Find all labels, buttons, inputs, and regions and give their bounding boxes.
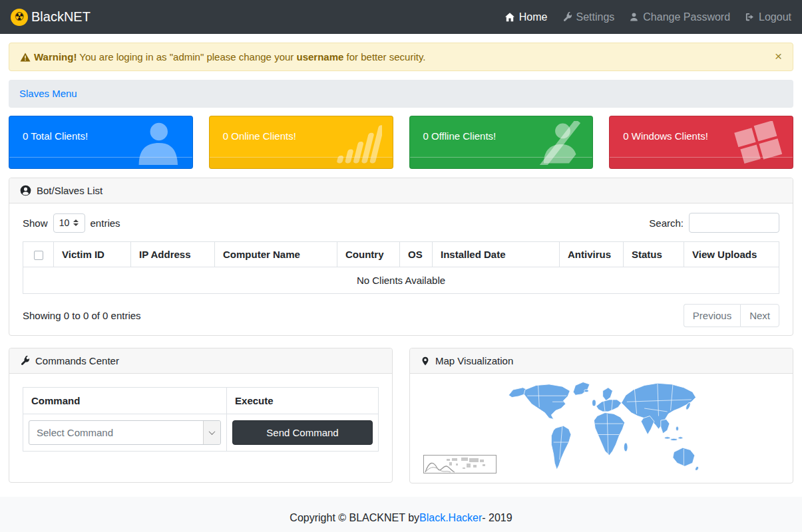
page-footer: Copyright © BLACKNET by Black.Hacker - 2… bbox=[0, 497, 802, 532]
nav-links: Home Settings Change Password Logout bbox=[504, 11, 791, 23]
bot-list-title: Bot/Slaves List bbox=[37, 185, 102, 196]
commands-center-body: Command Execute Select Command bbox=[9, 374, 392, 482]
wrench-icon bbox=[20, 356, 30, 366]
copyright-text-1: Copyright © BLACKNET by bbox=[290, 512, 419, 524]
stat-card-label: 0 Online Clients! bbox=[223, 130, 296, 142]
stat-card-footer bbox=[9, 157, 192, 168]
table-footer: Showing 0 to 0 of 0 entries Previous Nex… bbox=[23, 304, 779, 327]
col-execute: Execute bbox=[227, 388, 379, 414]
search-label: Search: bbox=[649, 217, 684, 229]
next-page-button[interactable]: Next bbox=[740, 304, 779, 327]
empty-message: No Clients Available bbox=[23, 267, 779, 294]
table-header-row: Victim ID IP Address Computer Name Count… bbox=[23, 242, 779, 267]
nav-item-logout[interactable]: Logout bbox=[745, 11, 791, 23]
stat-card-total-clients: 0 Total Clients! bbox=[9, 116, 193, 169]
map-overview-minimap[interactable] bbox=[423, 455, 497, 473]
warning-alert: Warning! You are loging in as "admin" pl… bbox=[9, 43, 793, 71]
show-label: Show bbox=[23, 217, 48, 229]
copyright-text-2: - 2019 bbox=[482, 512, 512, 524]
slaves-menu-link[interactable]: Slaves Menu bbox=[19, 88, 77, 99]
col-installed-date: Installed Date bbox=[433, 242, 560, 267]
stat-cards-row: 0 Total Clients! 0 Online Clients! bbox=[9, 116, 793, 169]
command-select[interactable]: Select Command bbox=[29, 420, 221, 445]
alert-highlight: username bbox=[296, 51, 343, 63]
stat-card-footer bbox=[610, 157, 793, 168]
wrench-icon bbox=[562, 12, 572, 22]
send-command-button[interactable]: Send Command bbox=[232, 420, 373, 445]
bot-list-body: Show 10 entries Search: bbox=[9, 203, 793, 335]
col-ip-address: IP Address bbox=[131, 242, 215, 267]
select-arrow-icon bbox=[203, 421, 220, 444]
user-icon bbox=[629, 12, 639, 22]
col-computer-name: Computer Name bbox=[215, 242, 337, 267]
pagination: Previous Next bbox=[684, 304, 779, 327]
map-panel-title: Map Visualization bbox=[435, 355, 513, 366]
commands-center-header: Commands Center bbox=[9, 348, 392, 374]
commands-center-panel: Commands Center Command Execute bbox=[9, 348, 393, 483]
stat-card-online-clients: 0 Online Clients! bbox=[209, 116, 393, 169]
stat-card-label: 0 Total Clients! bbox=[23, 130, 88, 142]
empty-row: No Clients Available bbox=[23, 267, 779, 294]
bot-list-header: Bot/Slaves List bbox=[9, 178, 793, 203]
stat-card-footer bbox=[210, 157, 393, 168]
warning-triangle-icon bbox=[20, 53, 31, 62]
stat-card-label: 0 Offline Clients! bbox=[423, 130, 497, 142]
nav-item-home[interactable]: Home bbox=[504, 11, 548, 23]
commands-center-title: Commands Center bbox=[35, 355, 119, 366]
stat-card-offline-clients: 0 Offline Clients! bbox=[409, 116, 594, 169]
alert-close-button[interactable]: × bbox=[775, 50, 782, 63]
map-panel: Map Visualization bbox=[409, 348, 793, 483]
main-content: Warning! You are loging in as "admin" pl… bbox=[0, 34, 802, 483]
previous-page-button[interactable]: Previous bbox=[684, 304, 740, 327]
col-os: OS bbox=[400, 242, 433, 267]
map-body[interactable] bbox=[410, 378, 793, 483]
page-size-value: 10 bbox=[59, 217, 70, 228]
bot-list-table: Victim ID IP Address Computer Name Count… bbox=[23, 241, 779, 294]
nav-item-settings[interactable]: Settings bbox=[562, 11, 615, 23]
col-status: Status bbox=[624, 242, 684, 267]
page-size-select[interactable]: 10 bbox=[53, 213, 85, 233]
col-victim-id: Victim ID bbox=[54, 242, 131, 267]
search-box: Search: bbox=[649, 213, 779, 233]
command-select-value: Select Command bbox=[37, 427, 113, 438]
brand[interactable]: ☢ BlackNET bbox=[11, 9, 91, 26]
bottom-row: Commands Center Command Execute bbox=[9, 348, 793, 483]
col-antivirus: Antivirus bbox=[560, 242, 624, 267]
nav-item-change-password[interactable]: Change Password bbox=[629, 11, 730, 23]
alert-text-2: for better security. bbox=[343, 51, 425, 63]
world-map bbox=[502, 378, 702, 476]
home-icon bbox=[504, 12, 515, 23]
select-spinner-icon bbox=[73, 219, 79, 226]
breadcrumb: Slaves Menu bbox=[9, 80, 793, 108]
entries-summary: Showing 0 to 0 of 0 entries bbox=[23, 310, 141, 321]
minimap-graphic bbox=[424, 456, 496, 473]
bot-list-panel: Bot/Slaves List Show 10 entries Search: bbox=[9, 178, 793, 336]
stat-card-footer bbox=[410, 157, 593, 168]
select-all-checkbox[interactable] bbox=[34, 251, 43, 260]
map-panel-header: Map Visualization bbox=[410, 348, 793, 374]
radiation-logo-icon: ☢ bbox=[11, 9, 28, 26]
stat-card-windows-clients: 0 Windows Clients! bbox=[609, 116, 793, 169]
entries-label: entries bbox=[91, 217, 120, 229]
col-command: Command bbox=[23, 388, 227, 414]
logout-icon bbox=[745, 12, 755, 22]
col-country: Country bbox=[337, 242, 400, 267]
search-input[interactable] bbox=[689, 213, 779, 233]
stat-card-label: 0 Windows Clients! bbox=[623, 130, 708, 142]
blacknet-dashboard: ☢ BlackNET Home Settings Change Password… bbox=[0, 0, 802, 532]
brand-name: BlackNET bbox=[31, 9, 91, 25]
show-entries: Show 10 entries bbox=[23, 213, 120, 233]
map-marker-icon bbox=[421, 356, 430, 366]
alert-title: Warning! bbox=[34, 51, 77, 63]
commands-table: Command Execute Select Command bbox=[23, 387, 379, 452]
table-controls: Show 10 entries Search: bbox=[23, 213, 779, 233]
user-circle-icon bbox=[20, 185, 31, 196]
author-link[interactable]: Black.Hacker bbox=[419, 512, 482, 524]
col-view-uploads: View Uploads bbox=[684, 242, 779, 267]
alert-text-1: You are loging in as "admin" please chan… bbox=[77, 51, 296, 63]
top-navbar: ☢ BlackNET Home Settings Change Password… bbox=[0, 0, 802, 34]
